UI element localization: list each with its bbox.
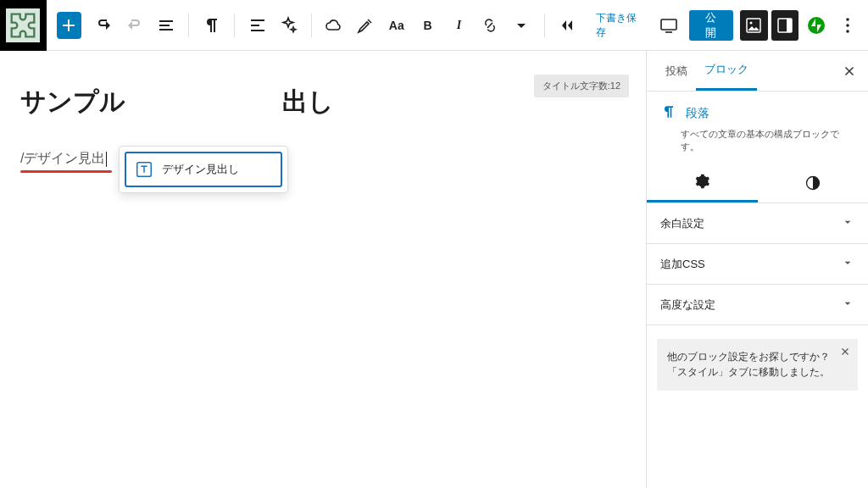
options-button[interactable] <box>833 10 861 41</box>
text-caret <box>106 152 107 167</box>
add-block-button[interactable] <box>57 12 81 39</box>
tab-block[interactable]: ブロック <box>696 51 757 91</box>
preview-button[interactable] <box>654 10 682 41</box>
link-button[interactable] <box>476 10 504 41</box>
cloud-icon[interactable] <box>320 10 348 41</box>
autocomplete-item-label: デザイン見出し <box>162 162 239 177</box>
block-type-description: すべての文章の基本の構成ブロックです。 <box>647 128 868 165</box>
title-char-count: タイトル文字数:12 <box>534 75 629 97</box>
gear-icon <box>693 173 710 192</box>
block-type-header: 段落 <box>647 92 868 128</box>
save-draft-link[interactable]: 下書き保存 <box>587 11 651 40</box>
separator <box>544 14 545 37</box>
jetpack-button[interactable] <box>802 10 830 41</box>
sidebar-tabs: 投稿 ブロック <box>647 51 868 92</box>
align-button[interactable] <box>243 10 271 41</box>
panel-spacing[interactable]: 余白設定 <box>647 203 868 244</box>
separator <box>311 14 312 37</box>
settings-sidebar-button[interactable] <box>771 10 799 41</box>
collapse-toolbar-button[interactable] <box>554 10 581 41</box>
editor-canvas: タイトル文字数:12 サンプルルデザイン見出し /デザイン見出 デザイン見出し <box>0 51 646 488</box>
contrast-icon <box>804 175 821 194</box>
styles-moved-notice: 他のブロック設定をお探しですか？「スタイル」タブに移動しました。 <box>657 339 858 391</box>
site-logo[interactable] <box>0 0 47 51</box>
italic-button[interactable]: I <box>445 10 473 41</box>
title-text-after: 出し <box>282 87 334 115</box>
subtab-settings[interactable] <box>647 165 758 202</box>
slash-command-input[interactable]: /デザイン見出 <box>20 150 107 168</box>
publish-button[interactable]: 公開 <box>689 10 733 41</box>
redo-button[interactable] <box>121 10 149 41</box>
panel-advanced[interactable]: 高度な設定 <box>647 285 868 325</box>
panel-label: 高度な設定 <box>660 297 715 313</box>
block-type-name: 段落 <box>686 106 709 121</box>
autocomplete-item-design-heading[interactable]: デザイン見出し <box>125 152 282 187</box>
svg-point-8 <box>846 30 849 33</box>
panel-label: 追加CSS <box>660 257 705 272</box>
tab-post[interactable]: 投稿 <box>657 51 696 91</box>
chevron-down-icon <box>841 256 854 272</box>
undo-button[interactable] <box>90 10 118 41</box>
bold-button[interactable]: B <box>414 10 442 41</box>
title-text-before: サンプル <box>20 87 125 115</box>
text-size-button[interactable]: Aa <box>382 10 410 41</box>
close-notice-button[interactable] <box>839 346 851 362</box>
separator <box>234 14 235 37</box>
close-sidebar-button[interactable] <box>839 61 860 81</box>
image-block-button[interactable] <box>740 10 768 41</box>
svg-point-5 <box>808 17 825 34</box>
svg-rect-0 <box>661 19 676 30</box>
svg-point-2 <box>750 21 753 24</box>
block-autocomplete-popup: デザイン見出し <box>119 146 288 193</box>
subtab-styles[interactable] <box>758 165 869 202</box>
chevron-down-icon <box>841 215 854 231</box>
panel-label: 余白設定 <box>660 216 704 231</box>
paragraph-icon <box>660 103 677 123</box>
settings-sidebar: 投稿 ブロック 段落 すべての文章の基本の構成ブロックです。 余白設定 追加CS… <box>646 51 868 488</box>
svg-point-6 <box>846 18 849 21</box>
panel-additional-css[interactable]: 追加CSS <box>647 244 868 285</box>
puzzle-icon <box>6 8 40 42</box>
list-view-button[interactable] <box>153 10 181 41</box>
block-subtabs <box>647 165 868 203</box>
svg-point-7 <box>846 24 849 27</box>
svg-rect-4 <box>787 19 792 32</box>
highlight-icon[interactable] <box>352 10 380 41</box>
chevron-down-icon <box>841 297 854 313</box>
notice-text: 他のブロック設定をお探しですか？「スタイル」タブに移動しました。 <box>667 352 830 377</box>
top-toolbar: Aa B I 下書き保存 公開 <box>0 0 868 51</box>
text-block-icon <box>135 160 153 179</box>
slash-text: /デザイン見出 <box>20 151 105 165</box>
paragraph-icon[interactable] <box>198 10 225 41</box>
separator <box>188 14 189 37</box>
more-format-button[interactable] <box>508 10 536 41</box>
ai-sparkle-button[interactable] <box>275 10 303 41</box>
